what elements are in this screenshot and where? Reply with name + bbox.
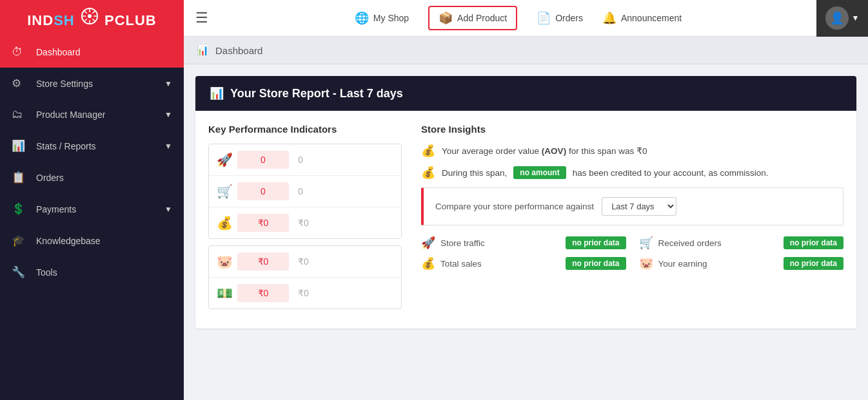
insights-section: Store Insights 💰 Your average order valu… xyxy=(421,124,843,316)
stat-your-earning: 🐷 Your earning no prior data xyxy=(639,256,844,271)
sidebar-item-payments[interactable]: 💲 Payments ▼ xyxy=(0,193,184,225)
sidebar-label-orders: Orders xyxy=(36,173,172,183)
sidebar-label-product-manager: Product Manager xyxy=(36,110,164,120)
sidebar-label-tools: Tools xyxy=(36,267,172,278)
kpi-group-2: 🐷 ₹0 ₹0 💵 ₹0 ₹0 xyxy=(208,245,402,309)
hamburger-button[interactable]: ☰ xyxy=(184,10,220,26)
report-header: 📊 Your Store Report - Last 7 days xyxy=(195,76,856,111)
orders-nav-icon: 📋 xyxy=(12,171,30,184)
insight-commission: 💰 During this span, no amount has been c… xyxy=(421,166,843,180)
orders-icon: 📄 xyxy=(537,11,551,25)
traffic-stat-icon: 🚀 xyxy=(421,236,435,250)
sidebar-item-orders[interactable]: 📋 Orders xyxy=(0,162,184,193)
insight-commission-pre: During this span, xyxy=(442,168,507,178)
svg-line-7 xyxy=(92,19,95,21)
chevron-down-icon-2: ▼ xyxy=(164,110,172,119)
commission-insight-icon: 💰 xyxy=(421,166,435,180)
box-icon: 📦 xyxy=(439,11,453,25)
kpi-title: Key Performance Indicators xyxy=(208,124,402,135)
sidebar-label-stats-reports: Stats / Reports xyxy=(36,141,164,151)
kpi-row-traffic: 🚀 0 0 xyxy=(209,144,401,176)
payments-icon: 💲 xyxy=(12,202,30,216)
logo: INDSH PCLUB xyxy=(0,0,184,37)
report-header-icon: 📊 xyxy=(210,86,224,100)
compare-inner: Compare your store performance against L… xyxy=(435,197,831,216)
sidebar-label-dashboard: Dashboard xyxy=(36,47,172,57)
insight-aov-text: Your average order value (AOV) for this … xyxy=(442,146,647,156)
logo-wheel-icon xyxy=(81,7,99,25)
kpi-compare-orders: 0 xyxy=(298,186,303,196)
sidebar-item-dashboard[interactable]: ⏱ Dashboard xyxy=(0,37,184,68)
stats-icon: 📊 xyxy=(12,139,30,153)
kpi-val-sales: ₹0 xyxy=(237,214,289,232)
commission-icon: 💵 xyxy=(217,285,237,301)
svg-line-9 xyxy=(84,19,86,21)
user-dropdown-chevron: ▼ xyxy=(852,14,860,23)
sidebar-item-store-settings[interactable]: ⚙ Store Settings ▼ xyxy=(0,68,184,99)
total-sales-icon: 💰 xyxy=(421,256,435,271)
announcement-link[interactable]: 🔔 Announcement xyxy=(602,11,682,25)
svg-point-1 xyxy=(88,14,92,18)
kpi-row-commission: 💵 ₹0 ₹0 xyxy=(209,278,401,309)
cart-icon: 🛒 xyxy=(217,184,237,199)
chevron-down-icon: ▼ xyxy=(164,79,172,88)
announcement-icon: 🔔 xyxy=(602,11,616,25)
kpi-section: Key Performance Indicators 🚀 0 0 🛒 0 0 xyxy=(208,124,402,316)
tools-icon: 🔧 xyxy=(12,265,30,279)
traffic-badge: no prior data xyxy=(566,236,626,249)
insight-commission-post: has been credited to your account, as co… xyxy=(573,168,769,178)
orders-link[interactable]: 📄 Orders xyxy=(537,11,583,25)
compare-select[interactable]: Last 7 days Last 30 days Last 90 days xyxy=(602,197,676,216)
chevron-down-icon-3: ▼ xyxy=(164,142,172,151)
compare-label: Compare your store performance against xyxy=(435,202,594,211)
report-container: 📊 Your Store Report - Last 7 days Key Pe… xyxy=(195,76,856,329)
money-bag-icon: 💰 xyxy=(217,215,237,231)
sidebar-item-stats-reports[interactable]: 📊 Stats / Reports ▼ xyxy=(0,130,184,162)
kpi-val-orders: 0 xyxy=(237,182,289,200)
kpi-val-traffic: 0 xyxy=(237,151,289,169)
kb-icon: 🎓 xyxy=(12,234,30,247)
content-area: 📊 Dashboard 📊 Your Store Report - Last 7… xyxy=(184,37,868,400)
kpi-compare-traffic: 0 xyxy=(298,155,303,165)
piggy-icon: 🐷 xyxy=(217,254,237,269)
report-title: Your Store Report - Last 7 days xyxy=(230,87,403,100)
user-menu[interactable]: 👤 ▼ xyxy=(816,0,868,37)
kpi-compare-sales: ₹0 xyxy=(298,218,309,228)
stats-grid: 🚀 Store traffic no prior data 🛒 Received… xyxy=(421,236,843,271)
report-body: Key Performance Indicators 🚀 0 0 🛒 0 0 xyxy=(195,111,856,329)
settings-icon: ⚙ xyxy=(12,77,30,90)
sales-badge: no prior data xyxy=(566,257,626,270)
globe-icon: 🌐 xyxy=(355,11,369,25)
avatar: 👤 xyxy=(825,6,849,30)
svg-line-8 xyxy=(92,11,95,14)
kpi-val-commission: ₹0 xyxy=(237,284,289,302)
breadcrumb: 📊 Dashboard xyxy=(184,37,868,64)
dashboard-icon: ⏱ xyxy=(12,46,30,59)
nav-links: 🌐 My Shop 📦 Add Product 📄 Orders 🔔 Annou… xyxy=(220,6,816,30)
kpi-compare-commission: ₹0 xyxy=(298,288,309,298)
your-earning-icon: 🐷 xyxy=(639,256,653,271)
sidebar-item-knowledgebase[interactable]: 🎓 Knowledgebase xyxy=(0,225,184,256)
insight-aov: 💰 Your average order value (AOV) for thi… xyxy=(421,144,843,158)
add-product-label: Add Product xyxy=(457,13,507,23)
product-icon: 🗂 xyxy=(12,108,30,121)
my-shop-link[interactable]: 🌐 My Shop xyxy=(355,11,409,25)
add-product-link[interactable]: 📦 Add Product xyxy=(428,6,517,30)
stat-total-sales: 💰 Total sales no prior data xyxy=(421,256,626,271)
announcement-label: Announcement xyxy=(621,13,682,23)
kpi-group-1: 🚀 0 0 🛒 0 0 💰 ₹0 ₹0 xyxy=(208,144,402,239)
stat-traffic-label: Store traffic xyxy=(440,238,560,248)
stat-received-orders: 🛒 Received orders no prior data xyxy=(639,236,844,250)
kpi-row-sales: 💰 ₹0 ₹0 xyxy=(209,207,401,238)
sidebar-item-product-manager[interactable]: 🗂 Product Manager ▼ xyxy=(0,99,184,130)
kpi-compare-earning: ₹0 xyxy=(298,256,309,267)
svg-line-6 xyxy=(84,11,86,14)
insights-title: Store Insights xyxy=(421,124,843,135)
stat-sales-label: Total sales xyxy=(440,259,560,269)
compare-box: Compare your store performance against L… xyxy=(421,187,843,225)
sidebar-label-knowledgebase: Knowledgebase xyxy=(36,236,172,246)
orders-label: Orders xyxy=(555,13,583,23)
sidebar-item-tools[interactable]: 🔧 Tools xyxy=(0,256,184,288)
rocket-icon: 🚀 xyxy=(217,152,237,167)
breadcrumb-label: Dashboard xyxy=(215,45,262,56)
